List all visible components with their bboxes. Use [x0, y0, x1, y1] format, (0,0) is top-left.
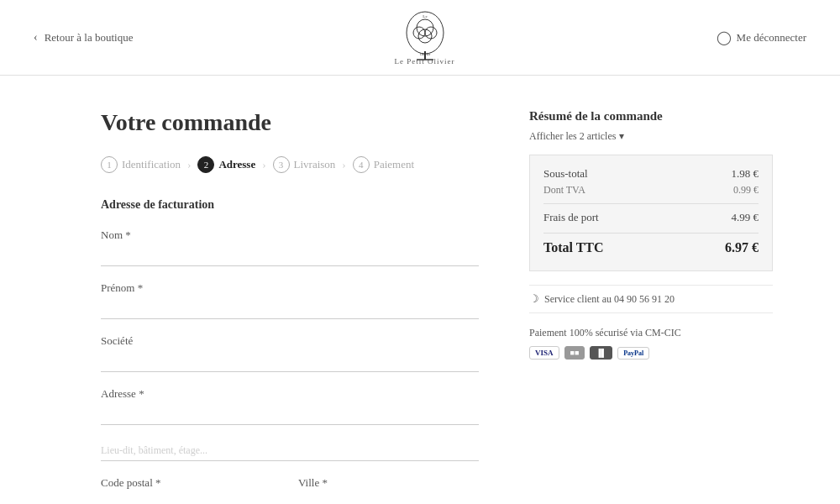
lieu-dit-input[interactable] [101, 440, 479, 461]
step-identification: 1 Identification [101, 156, 181, 173]
back-label: Retour à la boutique [45, 31, 134, 45]
step-1-label: Identification [122, 158, 181, 171]
sous-total-value: 1.98 € [732, 167, 759, 181]
step-paiement: 4 Paiement [353, 156, 414, 173]
step-3-num: 3 [273, 156, 290, 173]
logo-svg: Le Olivier [396, 9, 454, 64]
sous-total-row: Sous-total 1.98 € [543, 167, 759, 181]
societe-label: Société [101, 334, 479, 348]
header: ‹ Retour à la boutique Le Olivier Le Pet… [0, 0, 840, 76]
frais-port-row: Frais de port 4.99 € [543, 211, 759, 224]
order-summary-title: Résumé de la commande [529, 109, 773, 123]
step-divider-2: › [262, 158, 265, 171]
nom-input[interactable] [101, 245, 479, 266]
back-to-shop[interactable]: ‹ Retour à la boutique [34, 31, 133, 45]
paiement-label: Paiement 100% sécurisé via CM-CIC [529, 327, 773, 339]
summary-divider [543, 203, 759, 204]
code-postal-input[interactable] [101, 493, 281, 504]
chevron-left-icon: ‹ [34, 31, 38, 45]
adresse-input[interactable] [101, 404, 479, 425]
step-divider-3: › [342, 158, 345, 171]
steps-indicator: 1 Identification › 2 Adresse › 3 Livrais… [101, 156, 479, 173]
code-postal-group: Code postal * [101, 476, 281, 504]
step-livraison: 3 Livraison [273, 156, 336, 173]
service-client: ☽ Service client au 04 90 56 91 20 [529, 285, 773, 313]
maestro-icon: ▐▌ [590, 346, 612, 360]
total-label: Total TTC [543, 240, 604, 255]
svg-text:Olivier: Olivier [419, 52, 430, 56]
right-column: Résumé de la commande Afficher les 2 art… [529, 109, 773, 504]
ville-label: Ville * [298, 476, 479, 490]
step-4-label: Paiement [374, 158, 414, 171]
visa-icon: VISA [529, 346, 559, 360]
brand-logo[interactable]: Le Olivier Le Petit Olivier [395, 9, 455, 66]
dont-tva-label: Dont TVA [543, 184, 585, 197]
service-client-text: Service client au 04 90 56 91 20 [544, 293, 675, 306]
postal-ville-row: Code postal * Ville * [101, 476, 479, 504]
step-2-num: 2 [197, 156, 214, 173]
left-column: Votre commande 1 Identification › 2 Adre… [101, 109, 479, 504]
sous-total-label: Sous-total [543, 167, 588, 181]
prenom-input[interactable] [101, 298, 479, 319]
main-content: Votre commande 1 Identification › 2 Adre… [0, 76, 840, 504]
summary-box: Sous-total 1.98 € Dont TVA 0.99 € Frais … [529, 155, 773, 271]
mastercard-icon: ■■ [564, 346, 585, 360]
chevron-down-icon: ▾ [619, 130, 624, 143]
page-title: Votre commande [101, 109, 479, 136]
adresse-field-group: Adresse * [101, 387, 479, 425]
code-postal-label: Code postal * [101, 476, 281, 490]
form-section-title: Adresse de facturation [101, 198, 479, 212]
prenom-label: Prénom * [101, 281, 479, 295]
lieu-dit-field-group [101, 440, 479, 461]
nom-field-group: Nom * [101, 228, 479, 266]
adresse-label: Adresse * [101, 387, 479, 401]
ville-group: Ville * [298, 476, 479, 504]
logout-label: Me déconnecter [737, 31, 806, 45]
step-divider-1: › [187, 158, 191, 171]
payment-section: Paiement 100% sécurisé via CM-CIC VISA ■… [529, 327, 773, 360]
ville-input[interactable] [298, 493, 479, 504]
dont-tva-value: 0.99 € [733, 184, 759, 197]
prenom-field-group: Prénom * [101, 281, 479, 319]
show-articles-button[interactable]: Afficher les 2 articles ▾ [529, 130, 773, 143]
total-value: 6.97 € [725, 240, 759, 255]
societe-input[interactable] [101, 351, 479, 372]
step-adresse: 2 Adresse [197, 156, 255, 173]
phone-icon: ☽ [529, 292, 539, 306]
frais-port-label: Frais de port [543, 211, 599, 224]
step-2-label: Adresse [218, 158, 255, 171]
svg-text:Le: Le [423, 14, 428, 18]
frais-port-value: 4.99 € [732, 211, 759, 224]
dont-tva-row: Dont TVA 0.99 € [543, 184, 759, 197]
show-articles-label: Afficher les 2 articles [529, 130, 616, 143]
step-4-num: 4 [353, 156, 370, 173]
brand-name: Le Petit Olivier [395, 57, 455, 66]
logout-button[interactable]: ◯ Me déconnecter [717, 29, 806, 45]
summary-divider-2 [543, 233, 759, 234]
step-1-num: 1 [101, 156, 118, 173]
nom-label: Nom * [101, 228, 479, 242]
paypal-icon: PayPal [617, 347, 649, 360]
societe-field-group: Société [101, 334, 479, 372]
total-row: Total TTC 6.97 € [543, 240, 759, 255]
step-3-label: Livraison [294, 158, 336, 171]
user-icon: ◯ [717, 29, 732, 45]
payment-icons: VISA ■■ ▐▌ PayPal [529, 346, 773, 360]
